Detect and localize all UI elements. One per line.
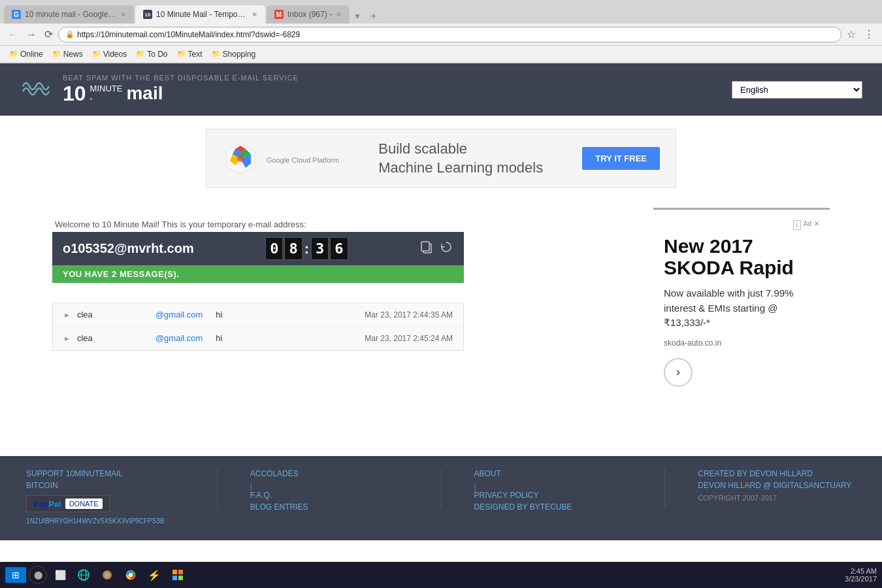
ad-info-label: i (793, 220, 801, 230)
footer-blog-link[interactable]: BLOG ENTRIES (250, 502, 408, 512)
address-bar[interactable] (77, 30, 834, 39)
sidebar-ad: i Ad ✕ New 2017 SKODA Rapid Now availabl… (653, 208, 830, 430)
bookmark-text[interactable]: 📁 Text (173, 48, 206, 60)
ad-banner-container: Google Cloud Platform Build scalable Mac… (0, 116, 882, 201)
tab-bar: G 10 minute mail - Google S... ✕ 10 10 M… (0, 0, 882, 24)
bookmark-label-news: News (63, 50, 83, 59)
tab-google[interactable]: G 10 minute mail - Google S... ✕ (4, 5, 134, 24)
ad-headline-line1: Build scalable (378, 140, 467, 157)
footer-col-4: CREATED BY DEVON HILLARD DEVON HILLARD @… (698, 469, 856, 527)
taskbar-task-view[interactable]: ⬜ (50, 564, 71, 585)
ad-text-label: Ad (804, 220, 811, 230)
refresh-button[interactable] (439, 240, 453, 257)
tab-favicon-gmail: M (274, 10, 284, 19)
footer-col-3: ABOUT | PRIVACY POLICY DESIGNED BY BYTEC… (474, 469, 632, 527)
tab-overflow[interactable]: ▼ (351, 9, 364, 24)
folder-icon-videos: 📁 (92, 50, 101, 58)
skoda-cta-button[interactable]: › (664, 358, 693, 387)
forward-button[interactable]: → (24, 27, 39, 42)
bookmark-label-shopping: Shopping (223, 50, 256, 59)
bookmark-todo[interactable]: 📁 To Do (132, 48, 171, 60)
bookmark-label-text: Text (188, 50, 203, 59)
tab-close-10min[interactable]: ✕ (252, 10, 257, 19)
footer-devon-link[interactable]: DEVON HILLARD @ DIGITALSANCTUARY (698, 481, 856, 490)
folder-icon-online: 📁 (9, 50, 18, 58)
start-button[interactable]: ⊞ (5, 567, 26, 583)
logo-text: BEAT SPAM WITH THE BEST DISPOSABLE E-MAI… (63, 74, 299, 106)
email-row-2[interactable]: ► clea @gmail.com hi Mar 23, 2017 2:45:2… (53, 327, 463, 350)
brand-name: 10 MINUTE• mail (63, 82, 299, 106)
site-footer: SUPPORT 10MINUTEMAIL BITCOIN PayPal DONA… (0, 456, 882, 540)
bookmark-button[interactable]: ☆ (844, 27, 858, 42)
email-row-1[interactable]: ► clea @gmail.com hi Mar 23, 2017 2:44:3… (53, 303, 463, 327)
bookmark-shopping[interactable]: 📁 Shopping (208, 48, 260, 60)
back-button[interactable]: ← (5, 27, 21, 42)
gcp-logo (222, 140, 259, 177)
tagline: BEAT SPAM WITH THE BEST DISPOSABLE E-MAI… (63, 74, 299, 82)
bookmark-videos[interactable]: 📁 Videos (88, 48, 131, 60)
page-content: BEAT SPAM WITH THE BEST DISPOSABLE E-MAI… (0, 63, 882, 588)
skoda-site-url: skoda-auto.co.in (664, 338, 819, 348)
ad-close-icon[interactable]: ✕ (814, 220, 819, 230)
taskbar-firefox-icon[interactable] (97, 564, 118, 585)
copy-email-button[interactable] (419, 240, 434, 257)
tab-10minutemail[interactable]: 10 10 Minute Mail - Tempora... ✕ (135, 5, 265, 24)
reload-button[interactable]: ⟳ (42, 27, 56, 42)
svg-rect-13 (172, 576, 177, 580)
skoda-body-text: Now available with just 7.99% interest &… (664, 286, 819, 331)
footer-bitcoin-address[interactable]: 1NZUIBHRYGH1I4WVZV5X5KX3VIP9CFPS3B (26, 517, 184, 525)
footer-about-link[interactable]: ABOUT (474, 469, 632, 478)
folder-icon-news: 📁 (52, 50, 61, 58)
browser-chrome: G 10 minute mail - Google S... ✕ 10 10 M… (0, 0, 882, 63)
message-count-bar: YOU HAVE 2 MESSAGE(S). (52, 265, 464, 283)
taskbar-time-text: 2:45 AM (845, 567, 877, 575)
timer-d3: 3 (311, 237, 329, 260)
email-address[interactable]: o105352@mvrht.com (63, 241, 194, 256)
logo-10: 10 (63, 82, 86, 106)
tab-close-google[interactable]: ✕ (120, 10, 126, 19)
ad-label-row: i Ad ✕ (664, 220, 819, 230)
taskbar-ie-icon[interactable] (73, 564, 94, 585)
logo-minute: MINUTE• (90, 84, 123, 103)
timer-d1: 0 (265, 237, 283, 260)
skoda-headline: New 2017 SKODA Rapid (664, 235, 819, 278)
footer-bitcoin-link[interactable]: BITCOIN (26, 481, 184, 490)
paypal-area: PayPal DONATE (26, 495, 110, 512)
taskbar-clock: 2:45 AM 3/23/2017 (845, 567, 877, 583)
address-bar-container: 🔒 (58, 27, 841, 42)
bookmark-news[interactable]: 📁 News (48, 48, 87, 60)
skoda-title-line1: New 2017 (664, 235, 753, 257)
email-box: o105352@mvrht.com 0 8 : 3 6 (52, 232, 464, 265)
language-selector[interactable]: English Français Español Deutsch (732, 81, 862, 99)
timer-display: 0 8 : 3 6 (265, 237, 348, 260)
ad-logo-area: Google Cloud Platform (222, 140, 339, 177)
main-content: Welcome to 10 Minute Mail! This is your … (0, 201, 882, 430)
tab-close-gmail[interactable]: ✕ (336, 10, 342, 19)
footer-faq-link[interactable]: F.A.Q. (250, 491, 408, 500)
taskbar-date-text: 3/23/2017 (845, 575, 877, 583)
svg-rect-14 (178, 576, 183, 580)
taskbar-app2-icon[interactable] (167, 564, 188, 585)
footer-privacy-link[interactable]: PRIVACY POLICY (474, 491, 632, 500)
taskbar-chrome-icon[interactable] (120, 564, 141, 585)
email-date-1: Mar 23, 2017 2:44:35 AM (365, 310, 453, 319)
ad-headline-line2: Machine Learning models (378, 159, 543, 176)
paypal-donate-label: DONATE (65, 498, 103, 509)
footer-support-link[interactable]: SUPPORT 10MINUTEMAIL (26, 469, 184, 478)
footer-divider-3 (664, 469, 665, 508)
sidebar-ad-content: i Ad ✕ New 2017 SKODA Rapid Now availabl… (653, 208, 830, 397)
ad-cta-button[interactable]: TRY IT FREE (582, 147, 660, 170)
bookmark-label-online: Online (20, 50, 43, 59)
tab-gmail[interactable]: M Inbox (967) - ✕ (267, 5, 350, 24)
email-date-2: Mar 23, 2017 2:45:24 AM (365, 334, 453, 343)
footer-created-by[interactable]: CREATED BY DEVON HILLARD (698, 469, 856, 478)
taskbar-search-icon[interactable]: ⬤ (29, 566, 47, 584)
timer-colon1: : (304, 240, 310, 257)
bookmark-online[interactable]: 📁 Online (5, 48, 47, 60)
svg-point-1 (237, 155, 244, 162)
new-tab-button[interactable]: + (367, 9, 380, 24)
footer-bytecube-link[interactable]: DESIGNED BY BYTECUBE (474, 502, 632, 512)
footer-accolades-link[interactable]: ACCOLADES (250, 469, 408, 478)
taskbar-app1-icon[interactable]: ⚡ (144, 564, 165, 585)
menu-button[interactable]: ⋮ (861, 27, 877, 42)
